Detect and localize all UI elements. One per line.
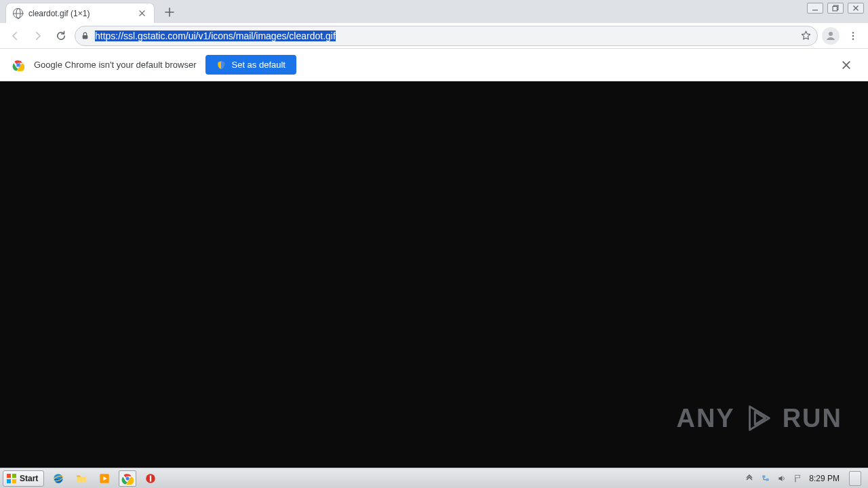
tab-strip: cleardot.gif (1×1) [0,0,868,23]
svg-rect-21 [150,475,151,481]
window-controls [807,3,864,14]
new-tab-button[interactable] [160,3,179,22]
system-tray: 8:29 PM [744,471,865,486]
profile-avatar[interactable] [822,27,840,45]
watermark-left: ANY [676,404,734,433]
menu-button[interactable] [844,26,863,45]
windows-logo-icon [6,473,17,484]
address-bar[interactable]: https://ssl.gstatic.com/ui/v1/icons/mail… [75,26,818,46]
taskbar-item-ie[interactable] [50,470,67,487]
close-tab-icon[interactable] [136,8,147,19]
shield-icon [216,60,226,70]
browser-window: cleardot.gif (1×1) https://s [0,0,868,488]
taskbar-item-chrome[interactable] [119,470,136,487]
set-default-button[interactable]: Set as default [205,55,296,75]
media-player-icon [98,472,111,485]
watermark-right: RUN [783,404,842,433]
close-infobar-icon[interactable] [837,56,856,75]
url-text: https://ssl.gstatic.com/ui/v1/icons/mail… [95,30,795,41]
set-default-label: Set as default [231,60,285,70]
chrome-icon [121,472,134,485]
network-icon[interactable] [760,473,771,484]
svg-rect-2 [83,35,88,39]
toolbar: https://ssl.gstatic.com/ui/v1/icons/mail… [0,23,868,49]
globe-icon [13,8,23,18]
lock-icon [81,31,90,40]
chevron-up-icon[interactable] [744,473,755,484]
flag-icon[interactable] [793,473,804,484]
infobar-message: Google Chrome isn't your default browser [34,60,196,70]
play-logo-icon [743,403,774,434]
folder-icon [75,472,87,485]
page-viewport: ANY RUN [0,81,868,468]
svg-rect-22 [763,475,766,478]
svg-point-19 [126,476,130,480]
start-button[interactable]: Start [3,470,44,487]
default-browser-infobar: Google Chrome isn't your default browser… [0,49,868,81]
taskbar-clock[interactable]: 8:29 PM [809,474,840,483]
svg-point-6 [852,38,854,39]
close-window-button[interactable] [848,3,864,14]
red-circle-icon [144,472,157,485]
svg-point-3 [829,32,833,36]
bookmark-star-icon[interactable] [800,30,812,41]
show-desktop-button[interactable] [849,471,861,486]
forward-button[interactable] [28,26,47,45]
taskbar: Start 8:29 PM [0,468,868,488]
svg-rect-12 [12,474,16,478]
svg-rect-11 [7,474,11,478]
taskbar-item-explorer[interactable] [73,470,90,487]
svg-rect-23 [766,479,769,481]
reload-button[interactable] [52,26,71,45]
browser-tab[interactable]: cleardot.gif (1×1) [5,3,155,23]
maximize-button[interactable] [827,3,844,14]
selected-url: https://ssl.gstatic.com/ui/v1/icons/mail… [95,30,336,41]
start-label: Start [20,474,38,483]
svg-rect-14 [12,479,16,483]
chrome-logo-icon [12,59,24,71]
svg-point-10 [17,63,20,66]
tab-title: cleardot.gif (1×1) [28,9,90,18]
taskbar-item-media[interactable] [96,470,113,487]
svg-point-4 [852,32,854,33]
svg-point-5 [852,35,854,36]
volume-icon[interactable] [776,473,787,484]
back-button[interactable] [5,26,24,45]
ie-icon [52,472,64,485]
svg-rect-13 [7,479,11,483]
minimize-button[interactable] [807,3,823,14]
taskbar-item-app[interactable] [142,470,159,487]
anyrun-watermark: ANY RUN [676,403,842,434]
svg-rect-1 [833,7,837,12]
